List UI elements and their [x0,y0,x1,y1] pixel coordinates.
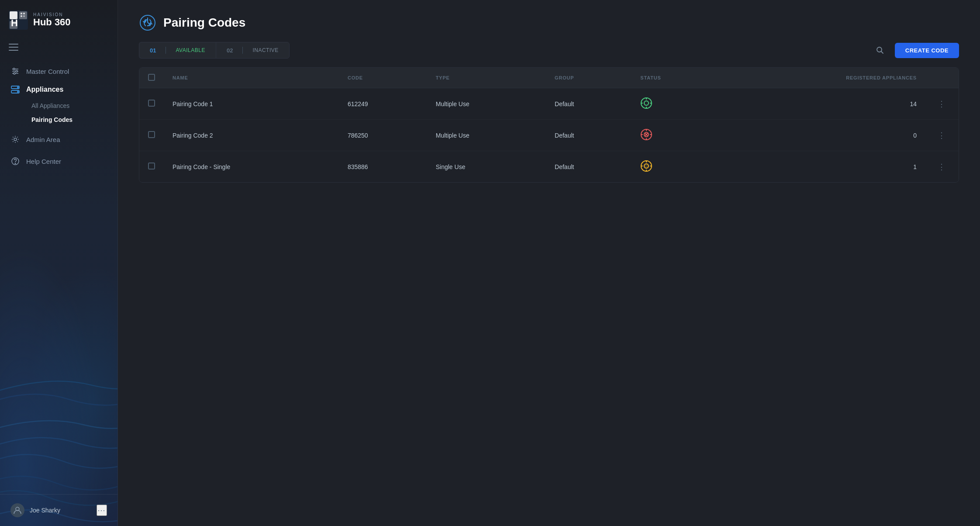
server-icon [10,85,20,94]
header-checkbox-cell [139,68,164,88]
tab-inactive-num: 02 [227,47,233,54]
user-menu-button[interactable]: ⋯ [97,505,107,516]
svg-point-8 [23,15,25,17]
hamburger-button[interactable] [0,38,117,56]
header-registered: REGISTERED APPLIANCES [720,68,925,88]
user-name: Joe Sharky [30,507,91,514]
sidebar-item-label-admin: Admin Area [26,136,60,143]
page-title: Pairing Codes [163,16,245,30]
tab-divider [166,47,166,54]
table-header-row: NAME CODE TYPE GROUP STATUS REGISTERED A… [139,68,959,88]
status-icon [640,128,652,141]
row-status [631,120,720,151]
pairing-codes-table: NAME CODE TYPE GROUP STATUS REGISTERED A… [139,68,959,182]
row-checkbox[interactable] [148,163,155,170]
sidebar-item-appliances[interactable]: Appliances [0,82,117,97]
tabs-row: 01 AVAILABLE 02 INACTIVE CREATE CODE [118,42,980,59]
svg-point-21 [15,163,16,164]
row-more-button[interactable]: ⋮ [934,98,950,110]
tab-available-num: 01 [150,47,156,54]
status-icon [640,160,652,172]
sliders-icon [10,66,20,76]
sidebar: .wave-line { fill: none; stroke-width: 1… [0,0,118,526]
pairing-codes-icon [139,14,156,31]
header-code: CODE [339,68,427,88]
avatar [10,503,24,517]
svg-point-12 [13,68,15,70]
row-group: Default [546,88,631,120]
svg-point-14 [14,73,15,74]
logo-area: H HAIVISION Hub 360 [0,0,117,38]
table-row: Pairing Code - Single 835886 Single Use … [139,151,959,183]
row-code: 612249 [339,88,427,120]
search-button[interactable] [872,42,888,58]
header-type: TYPE [427,68,546,88]
row-group: Default [546,120,631,151]
row-actions-cell: ⋮ [925,88,959,120]
table-row: Pairing Code 1 612249 Multiple Use Defau… [139,88,959,120]
row-checkbox-cell [139,88,164,120]
sidebar-item-admin-area[interactable]: Admin Area [0,128,117,150]
row-checkbox[interactable] [148,100,155,107]
select-all-checkbox[interactable] [148,74,155,81]
row-checkbox-cell [139,151,164,183]
sidebar-item-master-control[interactable]: Master Control [0,60,117,82]
sidebar-item-label-help: Help Center [26,158,61,165]
settings-icon [10,135,20,144]
svg-point-7 [21,15,22,17]
svg-line-25 [881,52,883,54]
row-checkbox-cell [139,120,164,151]
user-area: Joe Sharky ⋯ [0,494,117,526]
row-actions-cell: ⋮ [925,120,959,151]
svg-point-27 [644,101,649,105]
tab-available[interactable]: 01 AVAILABLE [139,42,216,59]
header-group: GROUP [546,68,631,88]
svg-point-13 [16,70,17,72]
sidebar-item-all-appliances[interactable]: All Appliances [26,99,117,113]
logo-text: HAIVISION Hub 360 [33,12,71,28]
svg-point-41 [644,164,649,168]
status-icon [640,97,652,109]
tab-divider-2 [242,47,243,54]
sidebar-item-label-master-control: Master Control [26,68,69,75]
header-actions: CREATE CODE [872,42,959,58]
row-code: 835886 [339,151,427,183]
tab-inactive[interactable]: 02 INACTIVE [216,42,290,59]
row-more-button[interactable]: ⋮ [934,161,950,173]
row-more-button[interactable]: ⋮ [934,130,950,141]
sidebar-item-help-center[interactable]: Help Center [0,150,117,172]
row-registered: 1 [720,151,925,183]
row-code: 786250 [339,120,427,151]
row-name: Pairing Code 1 [164,88,339,120]
tab-inactive-label: INACTIVE [252,47,278,53]
svg-point-17 [17,87,18,88]
page-header: Pairing Codes [118,0,980,42]
row-name: Pairing Code - Single [164,151,339,183]
table-row: Pairing Code 2 786250 Multiple Use Defau… [139,120,959,151]
row-name: Pairing Code 2 [164,120,339,151]
row-registered: 14 [720,88,925,120]
header-name: NAME [164,68,339,88]
row-actions-cell: ⋮ [925,151,959,183]
create-code-button[interactable]: CREATE CODE [895,43,959,58]
row-checkbox[interactable] [148,131,155,138]
row-type: Multiple Use [427,88,546,120]
logo-product: Hub 360 [33,17,71,28]
svg-point-18 [17,91,18,92]
sidebar-item-pairing-codes[interactable]: Pairing Codes [26,113,117,127]
svg-rect-2 [19,11,27,19]
sidebar-item-label-appliances: Appliances [26,86,63,93]
svg-point-19 [14,138,17,141]
row-status [631,88,720,120]
row-registered: 0 [720,120,925,151]
svg-point-6 [23,13,25,14]
help-icon [10,156,20,166]
header-status: STATUS [631,68,720,88]
svg-text:H: H [11,17,18,28]
row-status [631,151,720,183]
tabs-group: 01 AVAILABLE 02 INACTIVE [139,42,290,59]
pairing-codes-table-container: NAME CODE TYPE GROUP STATUS REGISTERED A… [139,67,959,183]
main-content: Pairing Codes 01 AVAILABLE 02 INACTIVE [118,0,980,526]
row-type: Multiple Use [427,120,546,151]
sidebar-nav: Master Control Appliances All Appliances… [0,56,117,494]
